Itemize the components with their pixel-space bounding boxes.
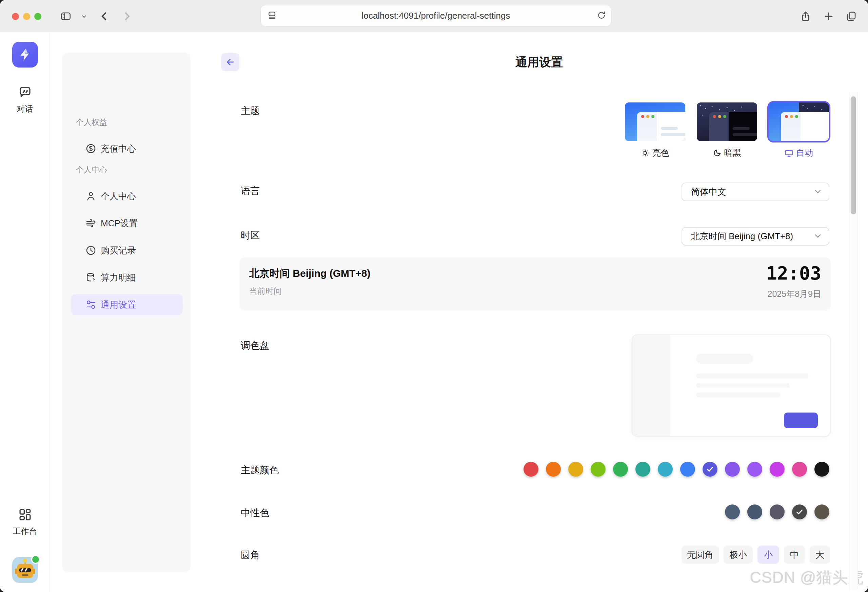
- scrollbar-thumb[interactable]: [851, 96, 856, 215]
- monitor-icon: [785, 149, 793, 157]
- settings-sidebar: 个人权益 充值中心 个人中心 个人中心 MCP设置 购买记录: [62, 53, 190, 572]
- radius-option-md[interactable]: 中: [784, 546, 805, 564]
- color-swatch[interactable]: [524, 462, 539, 477]
- radius-option-none[interactable]: 无圆角: [682, 546, 719, 564]
- wind-lines-icon: [86, 218, 96, 229]
- coin-icon: [86, 143, 96, 154]
- timezone-select[interactable]: 北京时间 Beijing (GMT+8): [682, 227, 830, 246]
- user-avatar[interactable]: [12, 557, 38, 583]
- workbench-grid-icon: [18, 508, 32, 522]
- moon-icon: [713, 149, 722, 157]
- color-swatch[interactable]: [747, 462, 762, 477]
- neutral-color-swatches: [725, 505, 830, 519]
- reload-icon[interactable]: [597, 10, 606, 21]
- sidebar-item-chat[interactable]: 对话: [0, 85, 50, 114]
- clock-icon: [86, 245, 96, 256]
- back-nav-button[interactable]: [97, 9, 112, 24]
- lightning-icon: [18, 47, 32, 62]
- browser-window: localhost:4091/profile/general-settings: [0, 0, 868, 592]
- sidebar-toggle-icon[interactable]: [58, 9, 73, 24]
- sidebar-item-label: 充值中心: [101, 143, 136, 155]
- color-swatch[interactable]: [703, 462, 717, 477]
- maximize-button[interactable]: [34, 13, 41, 20]
- color-swatch[interactable]: [613, 462, 628, 477]
- close-button[interactable]: [12, 13, 19, 20]
- color-swatch[interactable]: [658, 462, 673, 477]
- tab-overview-icon[interactable]: [844, 9, 859, 24]
- chevron-down-icon: [813, 186, 822, 197]
- color-swatch[interactable]: [635, 462, 650, 477]
- sidebar-item-label: 通用设置: [101, 299, 136, 311]
- share-icon[interactable]: [798, 9, 813, 24]
- online-status-dot: [31, 555, 40, 564]
- theme-light-label[interactable]: 亮色: [625, 147, 685, 158]
- neutral-colors-label: 中性色: [241, 506, 269, 519]
- color-swatch[interactable]: [568, 462, 583, 477]
- sun-icon: [641, 149, 650, 157]
- check-icon: [706, 465, 714, 473]
- sidebar-item-mcp[interactable]: MCP设置: [71, 213, 183, 234]
- radius-option-sm[interactable]: 小: [757, 546, 779, 564]
- new-tab-icon[interactable]: [821, 9, 836, 24]
- color-swatch[interactable]: [725, 462, 740, 477]
- current-date-value: 2025年8月9日: [768, 289, 821, 300]
- timezone-name: 北京时间 Beijing (GMT+8): [249, 266, 371, 281]
- current-time-card: 北京时间 Beijing (GMT+8) 当前时间 12:03 2025年8月9…: [240, 257, 831, 311]
- color-swatch[interactable]: [590, 462, 605, 477]
- color-swatch[interactable]: [792, 505, 807, 519]
- sidebar-item-compute[interactable]: 算力明细: [71, 267, 183, 288]
- sidebar-item-label: 个人中心: [101, 190, 136, 202]
- address-bar[interactable]: localhost:4091/profile/general-settings: [260, 5, 611, 27]
- url-text[interactable]: localhost:4091/profile/general-settings: [261, 10, 611, 21]
- color-swatch[interactable]: [770, 505, 785, 519]
- rail-workbench-label: 工作台: [13, 526, 37, 537]
- theme-colors-label: 主题颜色: [241, 464, 279, 477]
- color-swatch[interactable]: [792, 462, 807, 477]
- sidebar-item-profile[interactable]: 个人中心: [71, 186, 183, 207]
- color-swatch[interactable]: [770, 462, 785, 477]
- watermark: CSDN @猫头虎: [750, 567, 864, 588]
- color-swatch[interactable]: [815, 505, 830, 519]
- arrow-left-icon: [225, 57, 236, 68]
- radius-option-xs[interactable]: 极小: [723, 546, 753, 564]
- sliders-icon: [86, 299, 96, 310]
- theme-color-swatches: [524, 462, 830, 477]
- rail-chat-label: 对话: [17, 104, 33, 114]
- chevron-down-icon[interactable]: [77, 9, 92, 24]
- sidebar-section-header: 个人权益: [76, 117, 107, 127]
- sidebar-item-purchases[interactable]: 购买记录: [71, 240, 183, 261]
- sidebar-item-general-settings[interactable]: 通用设置: [71, 294, 183, 315]
- database-bolt-icon: [86, 272, 96, 283]
- theme-option-auto[interactable]: [769, 102, 829, 141]
- language-select[interactable]: 简体中文: [682, 182, 830, 201]
- palette-label: 调色盘: [241, 339, 269, 352]
- radius-option-lg[interactable]: 大: [810, 546, 830, 564]
- browser-toolbar: localhost:4091/profile/general-settings: [0, 0, 868, 32]
- preview-primary-button: [784, 413, 818, 428]
- check-icon: [796, 508, 804, 516]
- person-icon: [86, 191, 96, 201]
- language-value: 简体中文: [691, 186, 726, 198]
- theme-option-light[interactable]: [625, 102, 685, 141]
- sidebar-item-recharge[interactable]: 充值中心: [71, 138, 183, 159]
- sidebar-item-workbench[interactable]: 工作台: [0, 508, 50, 537]
- theme-dark-label[interactable]: 暗黑: [697, 147, 757, 158]
- chevron-down-icon: [813, 231, 822, 242]
- color-swatch[interactable]: [747, 505, 762, 519]
- minimize-button[interactable]: [23, 13, 30, 20]
- color-swatch[interactable]: [815, 462, 830, 477]
- back-button[interactable]: [221, 53, 239, 71]
- page-format-icon[interactable]: [267, 10, 277, 22]
- theme-option-dark[interactable]: [697, 102, 757, 141]
- color-swatch[interactable]: [680, 462, 695, 477]
- app-logo[interactable]: [12, 42, 38, 68]
- forward-nav-button[interactable]: [120, 9, 134, 24]
- scrollbar[interactable]: [849, 92, 858, 590]
- theme-auto-label[interactable]: 自动: [769, 147, 829, 158]
- color-swatch[interactable]: [725, 505, 740, 519]
- sidebar-item-label: MCP设置: [101, 218, 138, 229]
- preview-sidebar: [632, 335, 670, 436]
- color-swatch[interactable]: [546, 462, 561, 477]
- theme-label: 主题: [241, 105, 260, 117]
- sidebar-item-label: 算力明细: [101, 272, 136, 284]
